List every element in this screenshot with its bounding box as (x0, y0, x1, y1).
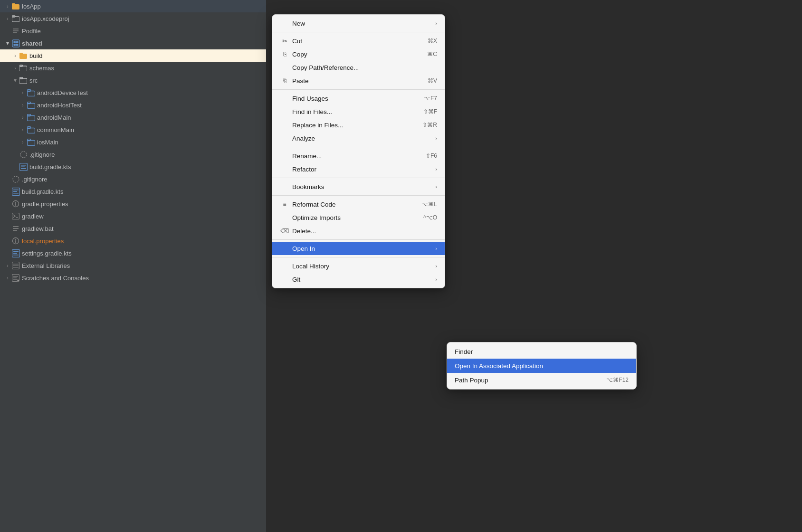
tree-item-scratches[interactable]: › Scratches and Consoles (0, 272, 266, 284)
chevron-icon: › (4, 262, 11, 269)
tree-item-label: src (29, 77, 38, 84)
tree-item-gradle-properties[interactable]: gradle.properties (0, 198, 266, 210)
menu-item-open-in[interactable]: Open In › (272, 242, 445, 255)
shortcut-find-in-files: ⇧⌘F (423, 108, 437, 115)
menu-item-rename[interactable]: Rename... ⇧F6 (272, 149, 445, 162)
chevron-icon: ▾ (11, 76, 19, 84)
tree-item-label: gradle.properties (22, 200, 68, 208)
menu-item-bookmarks[interactable]: Bookmarks › (272, 180, 445, 193)
submenu-open-in: Finder Open In Associated Application Pa… (447, 342, 637, 390)
menu-item-delete[interactable]: ⌫ Delete... (272, 224, 445, 238)
menu-item-cut[interactable]: ✂ Cut ⌘X (272, 34, 445, 48)
svg-rect-10 (13, 44, 16, 46)
chevron-icon: › (11, 52, 19, 59)
svg-rect-7 (12, 40, 19, 47)
folder-special-icon (27, 113, 35, 122)
menu-item-paste[interactable]: ⎗ Paste ⌘V (272, 74, 445, 87)
chevron-icon: › (19, 138, 27, 146)
menu-label-new: New (292, 20, 433, 27)
menu-item-copy[interactable]: ⎘ Copy ⌘C (272, 48, 445, 61)
menu-label-analyze: Analyze (292, 135, 433, 142)
tree-item-src[interactable]: ▾ src (0, 74, 266, 86)
tree-item-label: androidHostTest (37, 102, 82, 109)
arrow-icon: › (435, 276, 437, 282)
tree-item-label: commonMain (37, 126, 74, 133)
tree-item-iosApp-xcodeproj[interactable]: › iosApp.xcodeproj (0, 12, 266, 25)
menu-item-optimize-imports[interactable]: Optimize Imports ^⌥O (272, 211, 445, 224)
submenu-item-finder[interactable]: Finder (447, 344, 636, 359)
menu-item-copy-path[interactable]: Copy Path/Reference... (272, 61, 445, 74)
svg-rect-37 (13, 193, 19, 194)
module-special-icon (11, 261, 20, 270)
arrow-icon: › (435, 184, 437, 190)
submenu-label-path-popup: Path Popup (455, 377, 606, 384)
menu-label-reformat: Reformat Code (292, 201, 421, 208)
paste-icon: ⎗ (280, 77, 289, 84)
tree-item-gradlew[interactable]: gradlew (0, 210, 266, 222)
svg-rect-36 (13, 191, 17, 192)
menu-label-paste: Paste (292, 77, 428, 85)
shortcut-reformat: ⌥⌘L (421, 201, 437, 208)
tree-item-label: gradlew (22, 213, 44, 220)
tree-item-androidHostTest[interactable]: › androidHostTest (0, 99, 266, 111)
menu-label-local-history: Local History (292, 263, 433, 270)
tree-item-commonMain[interactable]: › commonMain (0, 124, 266, 136)
chevron-placeholder (11, 163, 19, 171)
menu-item-replace-in-files[interactable]: Replace in Files... ⇧⌘R (272, 118, 445, 132)
tree-item-label: schemas (29, 65, 54, 72)
tree-item-gitignore-root[interactable]: .gitignore (0, 173, 266, 185)
tree-item-shared[interactable]: ▾ shared (0, 37, 266, 49)
tree-item-external-libraries[interactable]: › External Libraries (0, 259, 266, 272)
tree-item-build-gradle-root[interactable]: build.gradle.kts (0, 185, 266, 198)
svg-rect-50 (13, 251, 19, 252)
submenu-item-open-in-associated[interactable]: Open In Associated Application (447, 359, 636, 373)
svg-rect-31 (21, 166, 25, 167)
submenu-item-path-popup[interactable]: Path Popup ⌥⌘F12 (447, 373, 636, 387)
circle-dash-icon (11, 175, 20, 183)
menu-item-reformat-code[interactable]: ≡ Reformat Code ⌥⌘L (272, 198, 445, 211)
menu-item-local-history[interactable]: Local History › (272, 259, 445, 273)
menu-label-cut: Cut (292, 38, 428, 45)
svg-point-33 (13, 176, 19, 182)
menu-item-analyze[interactable]: Analyze › (272, 132, 445, 145)
chevron-icon: › (19, 126, 27, 133)
tree-item-label: androidDeviceTest (37, 89, 88, 96)
menu-label-replace-in-files: Replace in Files... (292, 122, 422, 129)
menu-item-new[interactable]: New › (272, 17, 445, 30)
menu-item-find-in-files[interactable]: Find in Files... ⇧⌘F (272, 105, 445, 118)
tree-item-label: build.gradle.kts (22, 188, 63, 195)
tree-item-iosApp[interactable]: › iosApp (0, 0, 266, 12)
chevron-icon: › (19, 101, 27, 109)
shortcut-paste: ⌘V (428, 77, 437, 84)
tree-item-local-properties[interactable]: local.properties (0, 235, 266, 247)
menu-item-refactor[interactable]: Refactor › (272, 162, 445, 176)
chevron-placeholder (11, 151, 19, 158)
chevron-placeholder (4, 212, 11, 220)
svg-rect-13 (19, 53, 23, 55)
tree-item-Podfile[interactable]: Podfile (0, 25, 266, 37)
tree-item-schemas[interactable]: › schemas (0, 62, 266, 74)
tree-item-build[interactable]: › build (0, 49, 266, 62)
tree-item-settings-gradle[interactable]: settings.gradle.kts (0, 247, 266, 259)
tree-item-build-gradle-shared[interactable]: build.gradle.kts (0, 161, 266, 173)
menu-item-git[interactable]: Git › (272, 273, 445, 286)
menu-label-open-in: Open In (292, 245, 433, 252)
tree-item-androidDeviceTest[interactable]: › androidDeviceTest (0, 86, 266, 99)
tree-item-androidMain[interactable]: › androidMain (0, 111, 266, 124)
tree-item-label: .gitignore (29, 151, 55, 158)
chevron-icon: › (19, 89, 27, 96)
svg-point-39 (15, 202, 16, 203)
tree-item-iosMain[interactable]: › iosMain (0, 136, 266, 148)
chevron-icon: › (4, 2, 11, 10)
tree-item-gitignore-shared[interactable]: .gitignore (0, 148, 266, 161)
chevron-placeholder (4, 249, 11, 257)
chevron-placeholder (4, 175, 11, 183)
tree-item-label: build (29, 52, 42, 59)
svg-rect-35 (13, 190, 19, 190)
folder-icon (11, 2, 20, 10)
tree-item-label: Podfile (22, 28, 41, 35)
chevron-placeholder (4, 225, 11, 232)
tree-item-gradlew-bat[interactable]: gradlew.bat (0, 222, 266, 235)
menu-item-find-usages[interactable]: Find Usages ⌥F7 (272, 92, 445, 105)
submenu-label-open-associated: Open In Associated Application (455, 362, 629, 370)
